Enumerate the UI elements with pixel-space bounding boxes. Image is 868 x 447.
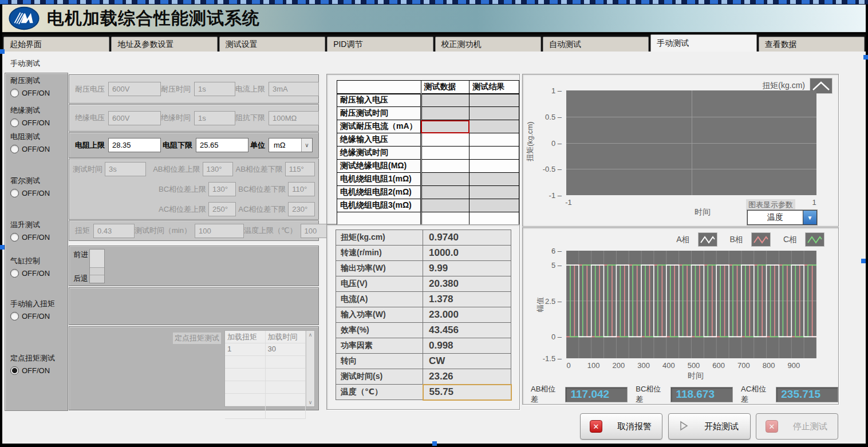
- result-label: 转速(r/min): [336, 246, 423, 261]
- result-cell[interactable]: [469, 199, 519, 212]
- radio-toggle-icon[interactable]: [10, 89, 19, 97]
- radio-toggle-icon[interactable]: [10, 312, 19, 321]
- selection-handle: [861, 259, 866, 263]
- tab-5[interactable]: 校正测功机: [435, 37, 541, 52]
- table-cell[interactable]: 30: [266, 343, 306, 355]
- table-cell[interactable]: [266, 369, 306, 381]
- field-label: 耐压电压: [75, 84, 105, 94]
- resistance-panel: 电阻上限 28.35 电阻下限 25.65 单位 mΩ ∨: [69, 132, 319, 158]
- app-window: 电机加载综合性能测试系统 起始界面地址及参数设置测试设置PID调节校正测功机自动…: [0, 0, 868, 447]
- field-label: 电阻下限: [163, 140, 192, 151]
- resistance-upper-input[interactable]: 28.35: [108, 138, 161, 152]
- data-cell[interactable]: [421, 199, 469, 212]
- radio-toggle-icon[interactable]: [10, 189, 19, 197]
- button-cancel-alarm[interactable]: ✕取消报警: [580, 413, 662, 440]
- radio-toggle-icon[interactable]: [10, 118, 19, 127]
- table-cell[interactable]: [225, 369, 266, 381]
- field-label: 电阻上限: [75, 140, 105, 151]
- legend-line-icon[interactable]: [698, 232, 717, 247]
- resistance-lower-input[interactable]: 25.65: [196, 138, 248, 152]
- manual-torque-panel: [69, 287, 319, 325]
- scroll-down-icon[interactable]: ∨: [309, 399, 313, 405]
- data-cell[interactable]: [421, 160, 469, 173]
- phase-chart-panel: A相B相C相 幅值 6 –5 –2.5 –0 –-1.5 – 010020030…: [522, 227, 839, 405]
- tab-1[interactable]: 起始界面: [3, 37, 109, 52]
- unit-dropdown[interactable]: mΩ ∨: [269, 138, 313, 152]
- radio-toggle-icon[interactable]: [10, 145, 19, 153]
- section-label: 手动测试: [10, 58, 40, 69]
- phase-label: BC相位差: [636, 384, 666, 405]
- field-label: AC相位差下限: [238, 204, 286, 215]
- tab-8[interactable]: 查看数据: [759, 37, 865, 52]
- field-label: BC相位差下限: [238, 184, 286, 195]
- result-cell[interactable]: [469, 160, 519, 173]
- tab-4[interactable]: PID调节: [327, 37, 433, 52]
- fixed-torque-title: 定点扭矩测试: [173, 333, 221, 344]
- selection-handle: [0, 245, 5, 250]
- row-label: [337, 212, 421, 226]
- data-cell[interactable]: [421, 186, 469, 199]
- data-cell[interactable]: [421, 94, 469, 107]
- result-cell[interactable]: [469, 107, 519, 120]
- test-selector-panel: 耐压测试OFF/ON绝缘测试OFF/ON电阻测试OFF/ON霍尔测试OFF/ON…: [5, 73, 68, 411]
- table-cell[interactable]: [225, 394, 266, 406]
- x-tick-label: 100: [587, 361, 600, 370]
- scroll-up-icon[interactable]: ∧: [309, 332, 313, 338]
- chevron-down-icon[interactable]: ∨: [301, 139, 312, 152]
- data-cell[interactable]: [421, 173, 469, 186]
- dropdown-arrow-icon[interactable]: ▼: [803, 211, 816, 224]
- cylinder-forward-label: 前进: [73, 250, 88, 260]
- result-cell[interactable]: [469, 212, 519, 226]
- table-cell[interactable]: [266, 406, 306, 418]
- sidebar-item-label: 绝缘测试: [10, 105, 65, 116]
- table-scrollbar[interactable]: ∧ ∨: [306, 331, 314, 406]
- tab-6[interactable]: 自动测试: [543, 37, 649, 52]
- table-row: 耐压测试时间: [337, 107, 519, 120]
- legend-line-icon[interactable]: [805, 232, 824, 247]
- result-cell[interactable]: [469, 173, 519, 186]
- result-cell[interactable]: [469, 120, 519, 133]
- radio-toggle-icon[interactable]: [10, 233, 19, 242]
- cylinder-slider[interactable]: [89, 249, 105, 283]
- table-cell[interactable]: [225, 406, 266, 418]
- data-cell[interactable]: [421, 147, 469, 160]
- table-cell[interactable]: [225, 381, 266, 393]
- field-label: 温度上限（℃）: [244, 226, 297, 236]
- tab-7[interactable]: 手动测试: [650, 34, 756, 52]
- y-tick-label: 1 –: [551, 86, 562, 95]
- result-cell[interactable]: [469, 133, 519, 147]
- toggle-label: OFF/ON: [22, 233, 50, 242]
- data-cell[interactable]: [421, 133, 469, 147]
- chart-param-dropdown[interactable]: 温度 ▼: [747, 210, 817, 225]
- result-value: 23.000: [423, 307, 511, 323]
- table-cell[interactable]: [266, 381, 306, 393]
- radio-toggle-icon[interactable]: [10, 269, 19, 278]
- x-tick-label: 800: [763, 361, 775, 370]
- tab-3[interactable]: 测试设置: [219, 37, 325, 52]
- x-tick-label: 600: [712, 361, 725, 370]
- result-label: 转向: [336, 354, 423, 369]
- legend-line-icon[interactable]: [751, 232, 771, 247]
- tab-2[interactable]: 地址及参数设置: [111, 37, 217, 52]
- data-cell[interactable]: [421, 120, 469, 133]
- result-cell[interactable]: [469, 147, 519, 160]
- data-cell[interactable]: [421, 107, 469, 120]
- table-cell[interactable]: [266, 394, 306, 406]
- sidebar-item: 手动输入扭矩OFF/ON: [10, 299, 65, 321]
- result-cell[interactable]: [469, 186, 519, 199]
- table-cell[interactable]: 1: [225, 343, 266, 355]
- result-row: 功率因素0.998: [336, 338, 511, 354]
- x-tick-label: 900: [787, 361, 800, 370]
- temp-rise-panel: 扭矩 0.43 测试时间（min） 100 温度上限（℃） 100: [69, 220, 319, 241]
- table-cell[interactable]: [225, 356, 266, 368]
- current-limit-input: 3mA: [269, 82, 319, 96]
- radio-toggle-icon[interactable]: [10, 366, 19, 375]
- toggle-label: OFF/ON: [22, 366, 50, 375]
- data-cell[interactable]: [421, 212, 469, 226]
- button-stop-test: ✕停止测试: [756, 413, 838, 440]
- button-start-test[interactable]: 开始测试: [668, 413, 751, 440]
- table-cell[interactable]: [266, 356, 306, 368]
- table-row: 测试耐压电流（mA）: [337, 120, 519, 133]
- result-cell[interactable]: [469, 94, 519, 107]
- title-bar: 电机加载综合性能测试系统: [2, 5, 866, 33]
